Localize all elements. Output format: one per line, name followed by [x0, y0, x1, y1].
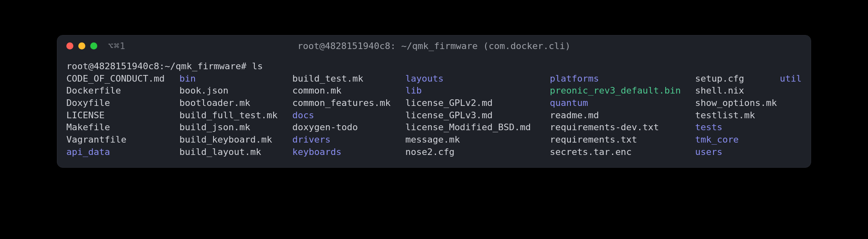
ls-column-3: build_test.mkcommon.mkcommon_features.mk… — [292, 73, 405, 158]
ls-entry: build_layout.mk — [179, 146, 292, 158]
ls-entry: util — [780, 73, 802, 85]
prompt-line: root@4828151940c8:~/qmk_firmware# ls — [66, 60, 802, 73]
ls-entry: platforms — [550, 73, 695, 85]
window-title: root@4828151940c8: ~/qmk_firmware (com.d… — [298, 41, 570, 51]
ls-entry: setup.cfg — [695, 73, 780, 85]
ls-entry: CODE_OF_CONDUCT.md — [66, 73, 179, 85]
ls-entry: layouts — [405, 73, 550, 85]
ls-entry: build_json.mk — [179, 121, 292, 134]
ls-entry: license_Modified_BSD.md — [405, 121, 550, 134]
ls-entry: message.mk — [405, 134, 550, 146]
ls-entry: Doxyfile — [66, 97, 179, 109]
ls-entry: build_full_test.mk — [179, 109, 292, 122]
ls-entry: Vagrantfile — [66, 134, 179, 146]
ls-entry: book.json — [179, 84, 292, 97]
ls-entry: lib — [405, 84, 550, 97]
ls-entry: keyboards — [292, 146, 405, 158]
ls-entry: common_features.mk — [292, 97, 405, 109]
terminal-content[interactable]: root@4828151940c8:~/qmk_firmware# ls COD… — [57, 56, 811, 167]
ls-entry: LICENSE — [66, 109, 179, 122]
traffic-lights — [66, 42, 97, 49]
ls-entry: requirements.txt — [550, 134, 695, 146]
ls-entry: api_data — [66, 146, 179, 158]
title-bar: ⌥⌘1 root@4828151940c8: ~/qmk_firmware (c… — [57, 35, 811, 56]
ls-entry: build_test.mk — [292, 73, 405, 85]
terminal-window: ⌥⌘1 root@4828151940c8: ~/qmk_firmware (c… — [57, 35, 811, 168]
ls-entry: nose2.cfg — [405, 146, 550, 158]
ls-entry: license_GPLv3.md — [405, 109, 550, 122]
ls-entry: common.mk — [292, 84, 405, 97]
ls-entry: Makefile — [66, 121, 179, 134]
ls-entry: docs — [292, 109, 405, 122]
ls-entry: preonic_rev3_default.bin — [550, 84, 695, 97]
ls-column-7: util — [780, 73, 802, 158]
ls-entry: readme.md — [550, 109, 695, 122]
ls-entry: bin — [179, 73, 292, 85]
close-button[interactable] — [66, 42, 73, 49]
ls-entry: requirements-dev.txt — [550, 121, 695, 134]
ls-entry: shell.nix — [695, 84, 780, 97]
ls-entry: license_GPLv2.md — [405, 97, 550, 109]
ls-entry: tests — [695, 121, 780, 134]
ls-entry: tmk_core — [695, 134, 780, 146]
ls-output: CODE_OF_CONDUCT.mdDockerfileDoxyfileLICE… — [66, 73, 802, 158]
minimize-button[interactable] — [78, 42, 85, 49]
ls-entry: doxygen-todo — [292, 121, 405, 134]
tab-label[interactable]: ⌥⌘1 — [108, 41, 126, 51]
ls-entry: Dockerfile — [66, 84, 179, 97]
ls-entry: users — [695, 146, 780, 158]
ls-entry: bootloader.mk — [179, 97, 292, 109]
ls-column-5: platformspreonic_rev3_default.binquantum… — [550, 73, 695, 158]
ls-column-6: setup.cfgshell.nixshow_options.mktestlis… — [695, 73, 780, 158]
ls-column-1: CODE_OF_CONDUCT.mdDockerfileDoxyfileLICE… — [66, 73, 179, 158]
ls-entry: testlist.mk — [695, 109, 780, 122]
ls-entry: show_options.mk — [695, 97, 780, 109]
ls-entry: build_keyboard.mk — [179, 134, 292, 146]
zoom-button[interactable] — [90, 42, 97, 49]
ls-entry: drivers — [292, 134, 405, 146]
ls-entry: secrets.tar.enc — [550, 146, 695, 158]
ls-column-4: layoutsliblicense_GPLv2.mdlicense_GPLv3.… — [405, 73, 550, 158]
ls-entry: quantum — [550, 97, 695, 109]
ls-column-2: binbook.jsonbootloader.mkbuild_full_test… — [179, 73, 292, 158]
